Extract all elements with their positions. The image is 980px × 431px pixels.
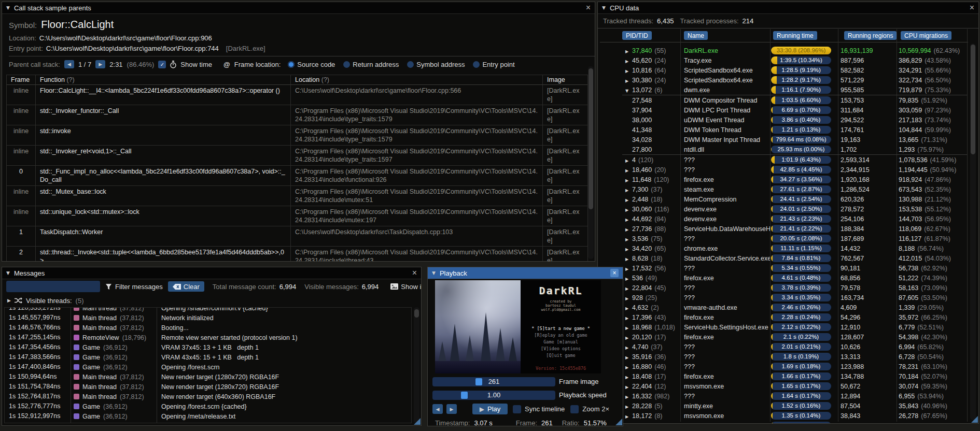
expand-icon[interactable]: ▶ (625, 365, 632, 370)
cpu-process-row[interactable]: ▶30,060(116) devenv.exe 24.01 s (2.50%) … (622, 204, 967, 214)
cpu-process-row[interactable]: ▶ (622, 421, 967, 424)
zoom-2x-label[interactable]: Zoom 2× (582, 405, 609, 413)
cpu-process-row[interactable]: ▶22,404(12) msvsmon.exe 1.65 s (0.17%) 5… (622, 381, 967, 391)
column-sort-button[interactable]: PID/TID (622, 31, 652, 40)
cpu-process-row[interactable]: ▶16,332(982) ??? 1.64 s (0.17%) 12,894 6… (622, 391, 967, 401)
close-icon[interactable]: × (970, 4, 974, 11)
expand-icon[interactable]: ▶ (625, 405, 632, 409)
message-row[interactable]: 1s 120,333,272ns Main thread (37,812) Op… (5, 307, 411, 313)
cpu-data-titlebar[interactable]: ▼ CPU data × (598, 2, 978, 14)
scrollbar-handle[interactable] (971, 45, 975, 154)
sync-timeline-label[interactable]: Sync timeline (525, 405, 565, 413)
expand-icon[interactable]: ▶ (625, 49, 632, 54)
expand-icon[interactable]: ▶ (625, 159, 632, 163)
cpu-process-row[interactable]: ▶35,916(36) ??? 1.8 s (0.19%) 13,313 6,7… (622, 352, 967, 362)
collapse-icon[interactable]: ▼ (602, 5, 606, 10)
expand-icon[interactable]: ▶ (625, 218, 632, 222)
callstack-row[interactable]: inline std::unique_lock<std::mutex>::loc… (7, 206, 587, 226)
frame-location-radio[interactable]: Return address (343, 61, 399, 68)
cpu-process-row[interactable]: ▶37,840(55) DarkRL.exe 33:30.8 (208.96%)… (622, 46, 967, 55)
expand-icon[interactable]: ▶ (625, 267, 632, 271)
play-button[interactable]: ▶Play (472, 404, 508, 414)
expand-icon[interactable]: ▶ (625, 208, 632, 212)
expand-icon[interactable]: ▶ (625, 414, 632, 419)
cpu-process-row[interactable]: ▶4,740(37) ??? 2.01 s (0.21%) 10,626 6,9… (622, 342, 967, 352)
cpu-process-row[interactable]: ▶30,380(24) ScriptedSandbox64.exe 1:28.2… (622, 75, 967, 85)
cpu-process-row[interactable]: ▼13,072(6) dwm.exe 1:16.1 (7.90%) 955,58… (622, 85, 967, 95)
column-sort-button[interactable]: Name (684, 31, 708, 40)
callstack-scrollbar[interactable] (588, 66, 594, 259)
radio-icon[interactable] (473, 61, 480, 68)
expand-icon[interactable]: ▶ (625, 178, 632, 183)
expand-icon[interactable]: ▶ (625, 277, 632, 281)
radio-icon[interactable] (407, 61, 414, 68)
close-icon[interactable]: × (586, 4, 591, 11)
close-icon[interactable]: × (610, 269, 619, 277)
cpu-process-row[interactable]: ▶928(25) ??? 3.34 s (0.35%) 163,734 87,6… (622, 293, 967, 303)
close-icon[interactable]: × (412, 269, 417, 277)
expand-icon[interactable]: ▶ (625, 326, 632, 331)
cpu-process-row[interactable]: ▶16,880(46) ??? 1.69 s (0.18%) 123,988 7… (622, 362, 967, 371)
callstack-row[interactable]: 2 std::thread::_Invoke<std::tuple<<lambd… (7, 247, 587, 262)
cpu-process-row[interactable]: ▶44,692(84) devenv.exe 21.43 s (2.23%) 2… (622, 214, 967, 224)
message-row[interactable]: 1s 152,912,997ns Game (36,912) Opening /… (5, 411, 411, 421)
callstack-row[interactable]: 0 std::_Func_impl_no_alloc<<lambda_5bc22… (7, 166, 587, 186)
message-row[interactable]: 1s 150,994,64ns Main thread (37,812) New… (5, 372, 411, 382)
callstack-row[interactable]: 1 TaskDispatch::Worker C:\Users\wolf\Des… (7, 226, 587, 247)
callstack-row[interactable]: inline std::_Invoker_ret<void,1>::_Call … (7, 146, 587, 166)
playback-speed-slider[interactable]: 1.00 (432, 391, 555, 400)
expand-icon[interactable]: ▶ (625, 79, 632, 83)
cpu-process-row[interactable]: 37,904 DWM LPC Port Thread 6.69 s (0.70%… (622, 105, 967, 115)
cpu-process-row[interactable]: ▶8,628(18) StandardCollector.Service.exe… (622, 253, 967, 263)
callstack-titlebar[interactable]: ▼ Call stack sample parents × (2, 2, 595, 14)
callstack-row[interactable]: inline std::_Mutex_base::lock C:\Program… (7, 186, 587, 206)
show-time-label[interactable]: Show time (180, 61, 212, 68)
radio-icon[interactable] (343, 61, 350, 68)
frame-location-radio[interactable]: Source code (288, 61, 335, 68)
scrollbar-handle[interactable] (589, 68, 593, 209)
collapse-icon[interactable]: ▼ (6, 5, 10, 10)
shuffle-icon[interactable] (15, 297, 22, 304)
cpu-process-row[interactable]: ▶18,408(17) firefox.exe 1.66 s (0.17%) 1… (622, 371, 967, 381)
cpu-process-row[interactable]: ▶27,736(88) ServiceHub.DataWarehouseHost… (622, 224, 967, 234)
column-sort-button[interactable]: Running regions (844, 31, 897, 40)
cpu-scrollbar[interactable] (970, 44, 976, 420)
radio-icon[interactable] (288, 61, 295, 68)
expand-icon[interactable]: ▶ (625, 257, 632, 262)
cpu-process-row[interactable]: ▶2,448(18) MemCompression 24.41 s (2.54%… (622, 194, 967, 204)
expand-icon[interactable]: ▶ (625, 198, 632, 203)
message-row[interactable]: 1s 152,776,777ns Game (36,912) Opening /… (5, 401, 411, 411)
expand-icon[interactable]: ▶ (625, 188, 632, 193)
messages-scrollbar[interactable] (414, 307, 419, 423)
expand-icon[interactable]: ▶ (625, 355, 632, 360)
frame-location-radio[interactable]: Entry point (473, 61, 514, 68)
message-row[interactable]: 1s 147,255,145ns RemoteView (18,796) Rem… (5, 333, 411, 342)
expand-icon[interactable]: ▶ (625, 286, 632, 291)
frame-location-radio[interactable]: Symbol address (407, 61, 465, 68)
messages-titlebar[interactable]: ▼ Messages × (2, 267, 421, 279)
cpu-process-row[interactable]: 34,028 DWM Master Input Thread 799.64 ms… (622, 135, 967, 145)
callstack-row[interactable]: inline std::_Invoker_functor::_Call C:\P… (7, 105, 587, 125)
expand-icon[interactable]: ▼ (625, 89, 632, 93)
column-sort-button[interactable]: CPU migrations (901, 31, 951, 40)
expand-icon[interactable]: ▶ (625, 316, 632, 321)
playback-titlebar[interactable]: ▼ Playback × (428, 267, 623, 279)
show-images-label[interactable]: Show images (401, 283, 422, 291)
cpu-process-row[interactable]: ▶18,968(1,018) ServiceHub.SettingsHost.e… (622, 322, 967, 332)
callstack-row[interactable]: inline Floor::CalcLight::__l4::<lambda_5… (7, 85, 587, 105)
cpu-process-row[interactable]: ▶4,632(2) vmware-authd.exe 2.46 s (0.26%… (622, 303, 967, 312)
callstack-row[interactable]: inline std::invoke C:\Program Files (x86… (7, 125, 587, 146)
step-forward-button[interactable]: ▶ (446, 404, 457, 414)
expand-icon[interactable]: ▶ (625, 59, 632, 64)
frame-image-slider[interactable]: 261 (432, 377, 555, 386)
cpu-process-row[interactable]: ▶536(49) firefox.exe 4.61 s (0.48%) 68,8… (622, 273, 967, 283)
expand-icon[interactable]: ▶ (625, 395, 632, 399)
expand-icon[interactable]: ▶ (625, 306, 632, 311)
message-row[interactable]: 1s 151,754,784ns Main thread (37,812) Ne… (5, 382, 411, 392)
step-back-button[interactable]: ◀ (432, 404, 443, 414)
message-row[interactable]: 1s 147,354,456ns Game (36,912) VRAM 37x4… (5, 342, 411, 352)
expand-icon[interactable]: ▶ (625, 346, 632, 350)
expand-icon[interactable]: ▶ (625, 237, 632, 242)
message-row[interactable]: 1s 153,116,37ns Game (36,912) Intro menu… (5, 421, 411, 423)
message-row[interactable]: 1s 147,400,846ns Game (36,912) Opening /… (5, 362, 411, 372)
